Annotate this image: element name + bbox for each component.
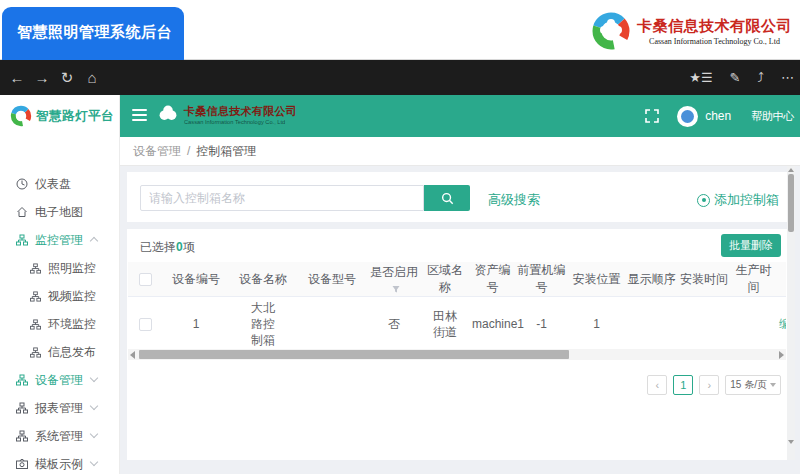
company-logo-icon <box>591 11 631 51</box>
batch-delete-button[interactable]: 批量删除 <box>721 234 781 257</box>
sidebar-item-video-monitor[interactable]: 视频监控 <box>0 282 119 310</box>
device-table: 设备编号 设备名称 设备型号 是否启用 区域名称 资产编号 前置机编号 安装位置… <box>128 262 786 348</box>
add-controlbox-link[interactable]: 添加控制箱 <box>697 191 779 209</box>
horizontal-scroll-thumb[interactable] <box>139 350 569 359</box>
sitemap-icon <box>30 347 41 358</box>
favorites-list-icon[interactable]: ★☰ <box>689 70 712 85</box>
page-size-select[interactable]: 15 条/页 <box>725 375 781 395</box>
horizontal-scrollbar[interactable] <box>128 349 786 360</box>
home-icon[interactable]: ⌂ <box>80 60 104 95</box>
platform-logo-icon <box>10 105 32 127</box>
username: chen <box>705 109 731 123</box>
chevron-down-icon <box>770 383 776 387</box>
browser-tab[interactable]: 智慧照明管理系统后台 <box>2 7 184 60</box>
refresh-icon[interactable]: ↻ <box>55 60 79 95</box>
col-front-machine-no: 前置机编号 <box>515 262 568 297</box>
prev-page-button[interactable]: ‹ <box>647 375 667 395</box>
col-enabled: 是否启用 <box>368 262 420 297</box>
share-icon[interactable]: ⤴ <box>758 70 765 85</box>
col-operation <box>777 262 786 297</box>
edit-link[interactable]: 编辑 <box>777 297 786 349</box>
sidebar-item-system-mgmt[interactable]: 系统管理 <box>0 422 119 450</box>
chevron-up-icon <box>90 237 98 245</box>
sidebar-item-info-publish[interactable]: 信息发布 <box>0 338 119 366</box>
selection-summary: 已选择0项 <box>140 239 195 256</box>
forward-icon[interactable]: → <box>30 60 54 95</box>
home-icon <box>16 206 28 218</box>
sitemap-icon <box>30 319 41 330</box>
selected-count: 0 <box>176 240 183 254</box>
col-device-model: 设备型号 <box>296 262 368 297</box>
breadcrumb: 设备管理 / 控制箱管理 <box>120 137 800 166</box>
more-menu-icon[interactable]: ⋯ <box>781 70 794 85</box>
search-panel: 高级搜索 添加控制箱 <box>127 172 787 222</box>
breadcrumb-current: 控制箱管理 <box>196 143 256 160</box>
sidebar-item-device-mgmt[interactable]: 设备管理 <box>0 366 119 394</box>
scroll-up-icon[interactable] <box>788 168 794 172</box>
sitemap-icon <box>30 291 41 302</box>
table-row: 1 大北路控制箱 否 田林街道 machine1 -1 1 编辑 <box>128 297 786 349</box>
cell-install-location: 1 <box>568 297 625 349</box>
sidebar-collapse-icon[interactable] <box>132 109 147 122</box>
col-production-time: 生产时间 <box>730 262 777 297</box>
cell-enabled: 否 <box>368 297 420 349</box>
next-page-button[interactable]: › <box>699 375 719 395</box>
sidebar-item-env-monitor[interactable]: 环境监控 <box>0 310 119 338</box>
add-circle-icon <box>697 194 710 207</box>
search-input[interactable] <box>140 185 424 211</box>
select-all-checkbox[interactable] <box>139 273 152 286</box>
back-icon[interactable]: ← <box>5 60 29 95</box>
header-brand-en: Cassan Information Technology Co., Ltd <box>184 119 291 125</box>
chevron-down-icon <box>90 458 98 466</box>
breadcrumb-parent[interactable]: 设备管理 <box>133 143 181 160</box>
filter-icon[interactable] <box>392 285 400 293</box>
cell-asset-no: machine1 <box>470 297 515 349</box>
sidebar: 仪表盘 电子地图 监控管理 照明监控 视频监控 环境监控 信息发布 <box>0 137 120 474</box>
annotate-pen-icon[interactable]: ✎ <box>730 70 741 85</box>
cell-production-time <box>730 297 777 349</box>
advanced-search-link[interactable]: 高级搜索 <box>488 191 540 209</box>
col-install-time: 安装时间 <box>678 262 730 297</box>
search-button[interactable] <box>424 185 470 211</box>
app-header-bar: 卡桑信息技术有限公司 Cassan Information Technology… <box>120 95 800 137</box>
scroll-left-icon[interactable] <box>130 351 135 359</box>
browser-tab-title: 智慧照明管理系统后台 <box>17 23 172 40</box>
scroll-right-icon[interactable] <box>779 351 784 359</box>
camera-icon <box>16 458 28 470</box>
chevron-down-icon <box>90 402 98 410</box>
fullscreen-icon[interactable] <box>645 109 659 123</box>
gauge-icon <box>16 178 28 190</box>
cell-device-id: 1 <box>162 297 230 349</box>
sidebar-item-report-mgmt[interactable]: 报表管理 <box>0 394 119 422</box>
vertical-scroll-thumb[interactable] <box>788 174 794 232</box>
col-display-order: 显示顺序 <box>625 262 678 297</box>
help-center-link[interactable]: 帮助中心 <box>751 109 794 124</box>
window-title-band: 智慧照明管理系统后台 卡桑信息技术有限公司 Cassan Information… <box>0 0 800 60</box>
header-brand-cloud-icon <box>156 102 180 126</box>
company-logo: 卡桑信息技术有限公司 Cassan Information Technology… <box>591 6 792 56</box>
platform-name: 智慧路灯平台 <box>36 108 114 125</box>
chevron-down-icon <box>90 430 98 438</box>
row-checkbox[interactable] <box>139 318 152 331</box>
cell-display-order <box>625 297 678 349</box>
vertical-scrollbar[interactable] <box>787 166 795 460</box>
sidebar-item-map[interactable]: 电子地图 <box>0 198 119 226</box>
header-brand: 卡桑信息技术有限公司 Cassan Information Technology… <box>156 102 297 126</box>
screen: 智慧照明管理系统后台 卡桑信息技术有限公司 Cassan Information… <box>0 0 800 474</box>
sidebar-item-dashboard[interactable]: 仪表盘 <box>0 170 119 198</box>
header-brand-cn: 卡桑信息技术有限公司 <box>184 104 297 119</box>
avatar[interactable] <box>677 106 698 127</box>
sidebar-item-monitor-mgmt[interactable]: 监控管理 <box>0 226 119 254</box>
sidebar-item-light-monitor[interactable]: 照明监控 <box>0 254 119 282</box>
scroll-down-icon[interactable] <box>788 440 794 444</box>
sitemap-icon <box>30 263 41 274</box>
sitemap-icon <box>16 430 28 442</box>
page-number-button[interactable]: 1 <box>673 375 693 395</box>
pagination: ‹ 1 › 15 条/页 <box>647 375 781 395</box>
sitemap-icon <box>16 374 28 386</box>
cell-device-model <box>296 297 368 349</box>
cell-area-name: 田林街道 <box>420 297 470 349</box>
browser-toolbar: ← → ↻ ⌂ localhost :3000/equipment/device… <box>0 60 800 95</box>
sidebar-item-template-demo[interactable]: 模板示例 <box>0 450 119 474</box>
company-name-en: Cassan Information Technology Co., Ltd <box>637 37 792 46</box>
